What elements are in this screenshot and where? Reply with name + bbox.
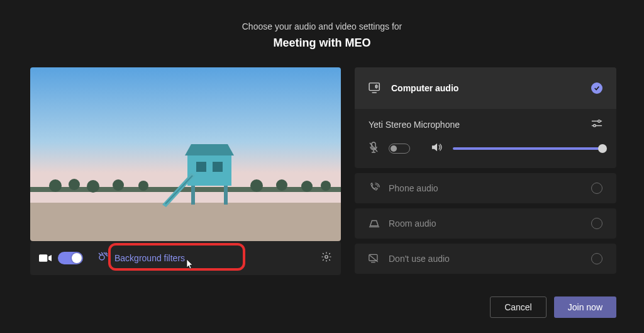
speaker-icon xyxy=(431,142,443,155)
svg-point-25 xyxy=(598,120,601,123)
computer-audio-icon xyxy=(369,82,382,94)
background-filters-label: Background filters xyxy=(114,253,185,263)
radio-unselected-icon xyxy=(591,253,602,264)
mic-muted-icon xyxy=(369,142,379,155)
svg-point-5 xyxy=(87,180,99,193)
computer-audio-card[interactable]: Computer audio Yeti Stereo Microphone xyxy=(355,67,616,168)
no-audio-icon xyxy=(369,254,380,264)
svg-rect-18 xyxy=(196,162,206,172)
video-preview xyxy=(30,67,341,241)
svg-point-3 xyxy=(49,179,62,192)
computer-audio-label: Computer audio xyxy=(391,83,458,93)
radio-unselected-icon xyxy=(591,218,602,229)
svg-rect-12 xyxy=(187,155,231,186)
audio-settings-button[interactable] xyxy=(591,119,602,130)
svg-rect-1 xyxy=(30,203,341,241)
svg-point-6 xyxy=(113,179,124,191)
phone-icon xyxy=(369,183,380,194)
cancel-button[interactable]: Cancel xyxy=(490,296,547,318)
svg-rect-19 xyxy=(213,162,223,172)
room-icon xyxy=(369,218,380,229)
meeting-title: Meeting with MEO xyxy=(0,37,644,50)
room-audio-option[interactable]: Room audio xyxy=(355,208,616,239)
volume-slider[interactable] xyxy=(453,147,602,150)
svg-point-10 xyxy=(301,181,313,192)
svg-point-27 xyxy=(594,125,596,127)
room-audio-label: Room audio xyxy=(389,218,436,229)
device-settings-button[interactable] xyxy=(321,251,332,265)
camera-toggle[interactable] xyxy=(58,252,83,264)
svg-point-7 xyxy=(138,181,148,191)
mic-toggle[interactable] xyxy=(389,144,410,154)
selected-check-icon xyxy=(591,82,602,94)
join-now-button[interactable]: Join now xyxy=(554,296,616,318)
svg-point-22 xyxy=(325,256,328,259)
background-filters-button[interactable]: Background filters xyxy=(98,252,185,264)
svg-marker-13 xyxy=(185,144,234,155)
no-audio-option[interactable]: Don't use audio xyxy=(355,244,616,274)
video-preview-placeholder xyxy=(30,67,341,241)
microphone-device-label: Yeti Stereo Microphone xyxy=(369,120,460,130)
phone-audio-option[interactable]: Phone audio xyxy=(355,173,616,203)
pre-join-subtitle: Choose your audio and video settings for xyxy=(0,21,644,31)
camera-icon xyxy=(39,254,52,262)
svg-point-9 xyxy=(276,179,287,191)
svg-rect-20 xyxy=(39,254,47,262)
video-controls-bar: Background filters xyxy=(30,241,341,275)
svg-point-8 xyxy=(250,179,263,192)
svg-rect-15 xyxy=(224,186,228,205)
svg-point-4 xyxy=(69,179,80,190)
phone-audio-label: Phone audio xyxy=(389,183,438,193)
svg-point-11 xyxy=(321,181,331,191)
radio-unselected-icon xyxy=(591,183,602,194)
background-filters-icon xyxy=(98,252,108,264)
svg-point-21 xyxy=(99,255,104,260)
no-audio-label: Don't use audio xyxy=(389,254,450,264)
svg-rect-14 xyxy=(191,186,195,205)
